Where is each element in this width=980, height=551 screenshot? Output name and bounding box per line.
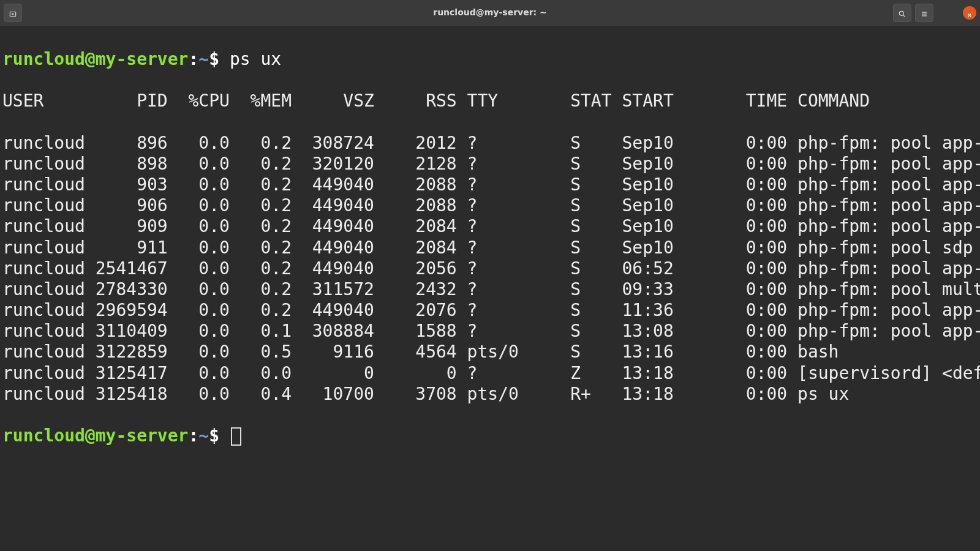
- prompt-user: runcloud: [2, 425, 85, 446]
- svg-line-4: [903, 15, 905, 17]
- search-icon: [898, 2, 907, 23]
- prompt-tilde: ~: [198, 425, 209, 446]
- menu-icon: [920, 2, 929, 23]
- ps-rows: runcloud 896 0.0 0.2 308724 2012 ? S Sep…: [1, 133, 979, 405]
- ps-row: runcloud 3125418 0.0 0.4 10700 3708 pts/…: [1, 384, 979, 405]
- window-title: runcloud@my-server: ~: [433, 7, 547, 18]
- prompt-host: my-server: [96, 49, 189, 69]
- minimize-button[interactable]: [941, 7, 953, 19]
- search-button[interactable]: [893, 4, 911, 22]
- prompt-colon: :: [188, 425, 198, 446]
- close-icon: [967, 2, 973, 23]
- ps-row: runcloud 909 0.0 0.2 449040 2084 ? S Sep…: [1, 216, 979, 237]
- new-tab-button[interactable]: [4, 4, 22, 22]
- prompt-line-2: runcloud@my-server:~$: [1, 425, 979, 446]
- titlebar-left: [4, 4, 22, 22]
- window-titlebar: runcloud@my-server: ~: [0, 0, 980, 26]
- menu-button[interactable]: [915, 4, 933, 22]
- terminal-content[interactable]: runcloud@my-server:~$ ps ux USER PID %CP…: [0, 26, 980, 467]
- close-button[interactable]: [963, 6, 976, 20]
- prompt-line-1: runcloud@my-server:~$ ps ux: [1, 49, 979, 70]
- ps-row: runcloud 903 0.0 0.2 449040 2088 ? S Sep…: [1, 174, 979, 195]
- titlebar-right: [893, 4, 976, 22]
- prompt-tilde: ~: [198, 49, 209, 69]
- ps-row: runcloud 3122859 0.0 0.5 9116 4564 pts/0…: [1, 342, 979, 362]
- ps-row: runcloud 2541467 0.0 0.2 449040 2056 ? S…: [1, 258, 979, 279]
- ps-row: runcloud 2784330 0.0 0.2 311572 2432 ? S…: [1, 279, 979, 300]
- new-tab-icon: [9, 2, 17, 23]
- command-text: ps ux: [219, 49, 281, 69]
- ps-row: runcloud 3110409 0.0 0.1 308884 1588 ? S…: [1, 321, 979, 342]
- prompt-colon: :: [188, 49, 198, 69]
- ps-row: runcloud 906 0.0 0.2 449040 2088 ? S Sep…: [1, 195, 979, 216]
- ps-row: runcloud 3125417 0.0 0.0 0 0 ? Z 13:18 0…: [1, 363, 979, 384]
- ps-header-row: USER PID %CPU %MEM VSZ RSS TTY STAT STAR…: [1, 91, 979, 111]
- ps-row: runcloud 896 0.0 0.2 308724 2012 ? S Sep…: [1, 133, 979, 154]
- prompt-at: @: [85, 49, 96, 69]
- svg-point-3: [899, 11, 903, 15]
- prompt-user: runcloud: [2, 49, 85, 69]
- prompt-dollar: $: [209, 425, 219, 446]
- prompt-dollar: $: [209, 49, 219, 69]
- cursor: [231, 427, 241, 446]
- prompt-host: my-server: [96, 425, 189, 446]
- ps-row: runcloud 2969594 0.0 0.2 449040 2076 ? S…: [1, 300, 979, 321]
- ps-row: runcloud 898 0.0 0.2 320120 2128 ? S Sep…: [1, 154, 979, 174]
- prompt-at: @: [85, 425, 96, 446]
- ps-row: runcloud 911 0.0 0.2 449040 2084 ? S Sep…: [1, 238, 979, 258]
